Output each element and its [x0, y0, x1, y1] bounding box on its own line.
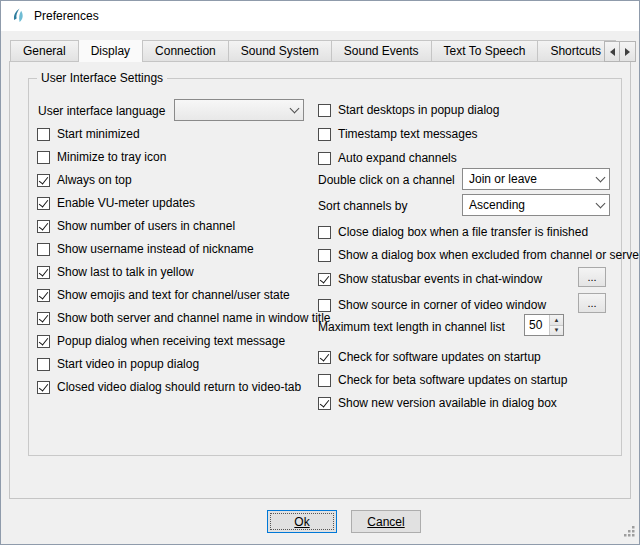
tab-scroll-left-button[interactable]: [604, 41, 620, 62]
tab-sound-system[interactable]: Sound System: [229, 40, 332, 62]
checkbox-box[interactable]: [37, 312, 50, 325]
statusbar-events-config-button[interactable]: ...: [578, 267, 606, 287]
tab-display[interactable]: Display: [79, 40, 143, 62]
tab-general[interactable]: General: [10, 40, 79, 62]
checkbox-box[interactable]: [318, 249, 331, 262]
checkbox-box[interactable]: [318, 351, 331, 364]
combo-value: Ascending: [469, 198, 525, 212]
checkbox-minimize-to-tray[interactable]: Minimize to tray icon: [37, 149, 166, 165]
checkbox-box[interactable]: [37, 289, 50, 302]
triangle-left-icon: [606, 48, 615, 56]
chevron-down-icon: [591, 203, 609, 207]
checkbox-box[interactable]: [37, 381, 50, 394]
tab-sound-events[interactable]: Sound Events: [332, 40, 432, 62]
checkbox-label: Show source in corner of video window: [338, 298, 546, 312]
dialog-buttons: Ok Cancel: [1, 510, 639, 533]
checkbox-start-minimized[interactable]: Start minimized: [37, 126, 140, 142]
checkbox-close-filetransfer[interactable]: Close dialog box when a file transfer is…: [318, 224, 588, 240]
checkbox-box[interactable]: [318, 299, 331, 312]
resize-grip-icon[interactable]: [623, 525, 636, 541]
checkbox-box[interactable]: [37, 266, 50, 279]
checkbox-box[interactable]: [318, 128, 331, 141]
checkbox-box[interactable]: [318, 397, 331, 410]
tab-scroll-right-button[interactable]: [620, 41, 636, 62]
checkbox-box[interactable]: [37, 128, 50, 141]
checkbox-box[interactable]: [318, 273, 331, 286]
double-click-label: Double click on a channel: [318, 173, 455, 187]
checkbox-box[interactable]: [37, 243, 50, 256]
checkbox-label: Show new version available in dialog box: [338, 396, 557, 410]
tab-bar: General Display Connection Sound System …: [10, 40, 616, 62]
checkbox-beta-updates[interactable]: Check for beta software updates on start…: [318, 372, 567, 388]
checkbox-label: Always on top: [57, 173, 132, 187]
max-text-length-spinner[interactable]: 50 ▲ ▼: [524, 314, 564, 336]
checkbox-emojis-text[interactable]: Show emojis and text for channel/user st…: [37, 287, 290, 303]
chevron-down-icon: [285, 108, 303, 112]
combo-value: Join or leave: [469, 172, 537, 186]
spin-up-icon[interactable]: ▲: [550, 315, 563, 326]
checkbox-desktops-popup[interactable]: Start desktops in popup dialog: [318, 102, 499, 118]
checkbox-server-channel-title[interactable]: Show both server and channel name in win…: [37, 310, 331, 326]
checkbox-label: Show both server and channel name in win…: [57, 311, 331, 325]
checkbox-box[interactable]: [318, 226, 331, 239]
chevron-down-icon: [591, 177, 609, 181]
checkbox-box[interactable]: [318, 374, 331, 387]
checkbox-label: Check for software updates on startup: [338, 350, 541, 364]
checkbox-label: Start minimized: [57, 127, 140, 141]
checkbox-show-username[interactable]: Show username instead of nickname: [37, 241, 254, 257]
checkbox-box[interactable]: [37, 220, 50, 233]
checkbox-label: Check for beta software updates on start…: [338, 373, 567, 387]
checkbox-auto-expand[interactable]: Auto expand channels: [318, 150, 457, 166]
checkbox-label: Start desktops in popup dialog: [338, 103, 499, 117]
checkbox-box[interactable]: [37, 151, 50, 164]
tab-text-to-speech[interactable]: Text To Speech: [432, 40, 539, 62]
checkbox-vu-meter[interactable]: Enable VU-meter updates: [37, 195, 195, 211]
checkbox-box[interactable]: [318, 152, 331, 165]
checkbox-always-on-top[interactable]: Always on top: [37, 172, 132, 188]
checkbox-label: Show username instead of nickname: [57, 242, 254, 256]
tab-connection[interactable]: Connection: [143, 40, 229, 62]
title-bar: Preferences: [1, 1, 639, 31]
checkbox-closed-video-return[interactable]: Closed video dialog should return to vid…: [37, 379, 301, 395]
checkbox-label: Show a dialog box when excluded from cha…: [338, 248, 640, 262]
checkbox-popup-text-message[interactable]: Popup dialog when receiving text message: [37, 333, 285, 349]
sort-channels-label: Sort channels by: [318, 199, 407, 213]
checkbox-label: Start video in popup dialog: [57, 357, 199, 371]
window-title: Preferences: [34, 9, 99, 23]
checkbox-video-popup[interactable]: Start video in popup dialog: [37, 356, 199, 372]
language-select[interactable]: [174, 99, 304, 121]
checkbox-last-to-talk[interactable]: Show last to talk in yellow: [37, 264, 194, 280]
checkbox-excluded-dialog[interactable]: Show a dialog box when excluded from cha…: [318, 247, 640, 263]
max-text-length-label: Maximum text length in channel list: [318, 320, 505, 334]
spinner-value: 50: [525, 315, 549, 335]
checkbox-label: Close dialog box when a file transfer is…: [338, 225, 588, 239]
checkbox-label: Minimize to tray icon: [57, 150, 166, 164]
checkbox-label: Show number of users in channel: [57, 219, 235, 233]
spin-down-icon[interactable]: ▼: [550, 326, 563, 336]
checkbox-label: Timestamp text messages: [338, 127, 478, 141]
checkbox-box[interactable]: [37, 358, 50, 371]
checkbox-box[interactable]: [37, 335, 50, 348]
tab-shortcuts[interactable]: Shortcuts: [538, 40, 614, 62]
app-icon: [10, 8, 26, 24]
checkbox-video-source-corner[interactable]: Show source in corner of video window: [318, 297, 546, 313]
checkbox-statusbar-events[interactable]: Show statusbar events in chat-window: [318, 271, 542, 287]
display-tab-page: User Interface Settings User interface l…: [9, 61, 631, 499]
preferences-dialog: Preferences General Display Connection S…: [0, 0, 640, 545]
checkbox-box[interactable]: [37, 174, 50, 187]
ok-button[interactable]: Ok: [267, 510, 337, 533]
checkbox-new-version-dialog[interactable]: Show new version available in dialog box: [318, 395, 557, 411]
tab-scroll-control: [604, 41, 636, 62]
checkbox-user-count[interactable]: Show number of users in channel: [37, 218, 235, 234]
checkbox-timestamp-messages[interactable]: Timestamp text messages: [318, 126, 478, 142]
sort-channels-select[interactable]: Ascending: [462, 194, 610, 216]
checkbox-label: Closed video dialog should return to vid…: [57, 380, 301, 394]
checkbox-label: Popup dialog when receiving text message: [57, 334, 285, 348]
checkbox-software-updates[interactable]: Check for software updates on startup: [318, 349, 541, 365]
checkbox-box[interactable]: [318, 104, 331, 117]
checkbox-box[interactable]: [37, 197, 50, 210]
video-source-config-button[interactable]: ...: [578, 293, 606, 313]
cancel-button[interactable]: Cancel: [351, 510, 421, 533]
spinner-buttons: ▲ ▼: [549, 315, 563, 335]
double-click-select[interactable]: Join or leave: [462, 168, 610, 190]
